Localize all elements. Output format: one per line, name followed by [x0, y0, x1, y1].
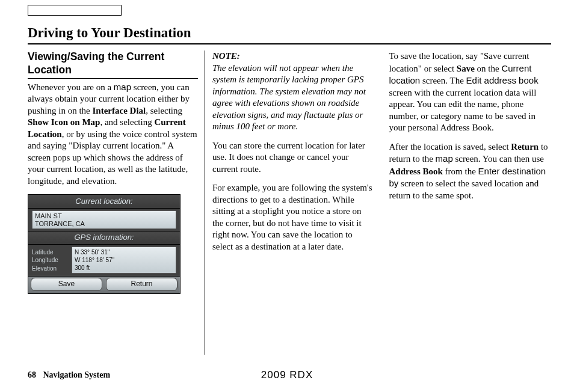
value-latitude: N 33° 50' 31" [75, 248, 173, 256]
value-elevation: 300 ft [75, 264, 173, 272]
column-2: NOTE: The elevation will not appear when… [212, 51, 375, 294]
nav-gps-values: N 33° 50' 31" W 118° 18' 57" 300 ft [72, 247, 176, 274]
nav-current-location-title: Current location: [28, 195, 180, 209]
content-columns: Viewing/Saving the Current Location When… [28, 51, 551, 294]
col1-para1: Whenever you are on a map screen, you ca… [28, 81, 198, 188]
top-empty-box [28, 5, 122, 16]
text: screen. You can then use [453, 154, 544, 164]
nav-gps-row: Latitude Longitude Elevation N 33° 50' 3… [28, 247, 180, 274]
note-text: The elevation will not appear when the s… [212, 63, 366, 132]
text: , selecting [146, 106, 182, 115]
nav-return-button[interactable]: Return [106, 278, 177, 291]
column-divider-1 [205, 51, 205, 355]
edit-address-book-term: Edit address book [466, 75, 539, 85]
address-book-term: Address Book [389, 167, 443, 176]
text: Whenever you are on a [28, 82, 114, 92]
col3-para1: To save the location, say "Save current … [389, 51, 552, 134]
text: screen. The [420, 76, 466, 85]
note-block: NOTE: The elevation will not appear when… [212, 51, 375, 133]
col3-para2: After the location is saved, select Retu… [389, 141, 552, 202]
nav-gps-labels: Latitude Longitude Elevation [32, 247, 72, 274]
nav-address-field: MAIN ST TORRANCE, CA [32, 210, 176, 229]
page-title: Driving to Your Destination [28, 19, 551, 44]
nav-save-button[interactable]: Save [31, 278, 102, 291]
section-heading: Viewing/Saving the Current Location [28, 51, 198, 77]
col2-para3: For example, you are following the syste… [212, 182, 375, 253]
note-label: NOTE: [212, 51, 240, 61]
text: from the [443, 167, 478, 176]
label-elevation: Elevation [32, 265, 72, 272]
section-rule [28, 78, 198, 79]
text: screen with the current location data wi… [389, 88, 537, 133]
return-term: Return [511, 142, 539, 152]
text: screen to select the saved location and … [389, 179, 539, 200]
nav-button-bar: Save Return [28, 276, 180, 293]
model-year: 2009 RDX [0, 369, 574, 381]
label-latitude: Latitude [32, 248, 72, 256]
save-term: Save [457, 64, 475, 73]
nav-address-line2: TORRANCE, CA [35, 220, 173, 228]
text: After the location is saved, select [389, 142, 511, 152]
map-screen-term: map [436, 153, 453, 164]
label-longitude: Longitude [32, 256, 72, 264]
show-icon-term: Show Icon on Map [28, 117, 100, 127]
text: on the [475, 64, 502, 73]
nav-gps-title: GPS information: [28, 231, 180, 245]
column-3: To save the location, say "Save current … [389, 51, 552, 294]
column-1: Viewing/Saving the Current Location When… [28, 51, 198, 294]
value-longitude: W 118° 18' 57" [75, 256, 173, 264]
map-term: map [114, 82, 131, 92]
nav-screen-illustration: Current location: MAIN ST TORRANCE, CA G… [28, 194, 181, 294]
nav-address-line1: MAIN ST [35, 212, 173, 220]
interface-dial-term: Interface Dial [93, 106, 146, 115]
text: , and selecting [100, 117, 154, 127]
col2-para2: You can store the current location for l… [212, 140, 375, 176]
